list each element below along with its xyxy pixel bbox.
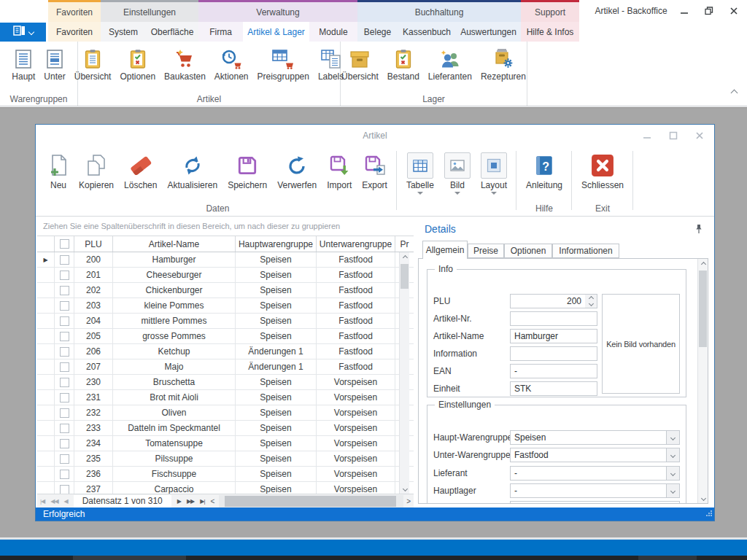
row-checkbox[interactable] — [60, 378, 69, 387]
restore-icon[interactable] — [702, 4, 716, 18]
ribbon-category-einstellungen[interactable]: Einstellungen — [101, 0, 198, 22]
header-checkbox-cell[interactable] — [55, 236, 74, 252]
table-row[interactable]: 201 Cheeseburger Speisen Fastfood — [37, 268, 414, 283]
unter-warengruppe-select[interactable]: Fastfood — [510, 448, 680, 462]
row-checkbox-cell[interactable] — [55, 268, 74, 282]
details-vertical-scrollbar[interactable] — [697, 259, 708, 503]
lager-bestand-button[interactable]: Bestand — [383, 45, 424, 82]
table-row[interactable]: 207 Majo Änderungen 1 Fastfood — [37, 359, 414, 375]
nav-first-button[interactable]: |◀ — [37, 498, 47, 505]
tab-informationen[interactable]: Informationen — [552, 244, 619, 258]
scroll-up-icon[interactable] — [700, 261, 706, 267]
group-by-hint[interactable]: Ziehen Sie eine Spaltenüberschrift in di… — [37, 217, 414, 236]
layout-button[interactable]: Layout — [477, 151, 511, 195]
grid-vertical-scrollbar[interactable] — [399, 252, 409, 494]
column-header-artikel-name[interactable]: Artikel-Name — [113, 236, 236, 252]
row-checkbox[interactable] — [60, 255, 69, 265]
spinner-down-icon[interactable] — [588, 301, 593, 306]
table-row[interactable]: 203 kleine Pommes Speisen Fastfood — [37, 298, 414, 314]
row-checkbox-cell[interactable] — [55, 482, 74, 494]
row-checkbox-cell[interactable] — [55, 405, 74, 420]
aktualisieren-button[interactable]: Aktualisieren — [163, 151, 221, 190]
combo-dropdown-icon[interactable] — [666, 484, 679, 497]
lieferant-select[interactable]: - — [510, 466, 680, 481]
ribbon-category-buchhaltung[interactable]: Buchhaltung — [357, 0, 521, 22]
tab-allgemein[interactable]: Allgemein — [422, 241, 468, 259]
artikel-baukasten-button[interactable]: Baukasten — [160, 45, 210, 82]
scrollbar-thumb[interactable] — [699, 271, 707, 347]
column-header-plu[interactable]: PLU — [74, 236, 113, 252]
scroll-down-icon[interactable] — [402, 486, 408, 491]
row-checkbox-cell[interactable] — [55, 344, 74, 359]
hauptlager-select[interactable]: - — [510, 483, 680, 498]
artikel-optionen-button[interactable]: Optionen — [115, 45, 160, 82]
nav-next-button[interactable]: ▶ — [174, 498, 184, 505]
row-checkbox[interactable] — [60, 470, 69, 479]
row-checkbox-cell[interactable] — [55, 390, 74, 405]
row-checkbox[interactable] — [60, 454, 69, 464]
dialog-close-icon[interactable] — [692, 129, 707, 142]
artikel-nr-field[interactable] — [510, 311, 597, 326]
dialog-maximize-icon[interactable] — [666, 129, 681, 142]
schliessen-button[interactable]: Schliessen — [578, 151, 627, 190]
einheit-field[interactable]: STK — [510, 381, 597, 396]
table-row[interactable]: 236 Fischsuppe Speisen Vorspeisen — [37, 467, 414, 482]
column-header-preis[interactable]: Pr — [395, 236, 414, 252]
tab-belege[interactable]: Belege — [357, 22, 398, 42]
table-row[interactable]: 230 Bruschetta Speisen Vorspeisen — [37, 375, 414, 390]
neu-button[interactable]: Neu — [44, 151, 72, 190]
table-row[interactable]: 235 Pilssuppe Speisen Vorspeisen — [37, 451, 414, 467]
ean-field[interactable]: - — [510, 364, 597, 378]
table-row[interactable]: 204 mittlere Pommes Speisen Fastfood — [37, 314, 414, 329]
row-checkbox[interactable] — [60, 439, 69, 448]
row-checkbox[interactable] — [60, 393, 69, 402]
kopieren-button[interactable]: Kopieren — [75, 151, 117, 190]
nav-prev-page-button[interactable]: ◀◀ — [47, 498, 61, 505]
row-checkbox-cell[interactable] — [55, 451, 74, 466]
tab-favoriten[interactable]: Favoriten — [48, 22, 101, 42]
row-checkbox[interactable] — [60, 332, 69, 341]
scroll-up-icon[interactable] — [402, 254, 408, 260]
row-checkbox-cell[interactable] — [55, 329, 74, 343]
row-checkbox[interactable] — [60, 347, 69, 357]
tab-hilfe-infos[interactable]: Hilfe & Infos — [521, 22, 579, 42]
app-menu-button[interactable] — [0, 23, 46, 42]
artikel-preisgruppen-button[interactable]: Preisgruppen — [253, 45, 314, 82]
import-button[interactable]: Import — [323, 151, 355, 190]
row-checkbox[interactable] — [60, 485, 69, 494]
table-row[interactable]: 202 Chickenburger Speisen Fastfood — [37, 283, 414, 298]
partial-select[interactable] — [510, 501, 680, 504]
row-checkbox-cell[interactable] — [55, 252, 74, 267]
row-checkbox-cell[interactable] — [55, 375, 74, 389]
loeschen-button[interactable]: Löschen — [120, 151, 160, 190]
nav-last-button[interactable]: ▶| — [197, 498, 207, 505]
nav-next-page-button[interactable]: ▶▶ — [184, 498, 197, 505]
tab-kassenbuch[interactable]: Kassenbuch — [398, 22, 456, 42]
row-checkbox-cell[interactable] — [55, 298, 74, 313]
table-row[interactable]: 234 Tomatensuppe Speisen Vorspeisen — [37, 436, 414, 451]
table-row[interactable]: 205 grosse Pommes Speisen Fastfood — [37, 329, 414, 344]
row-checkbox[interactable] — [60, 424, 69, 433]
ribbon-category-support[interactable]: Support — [521, 0, 579, 22]
artikel-aktionen-button[interactable]: Aktionen — [210, 45, 253, 82]
scrollbar-thumb[interactable] — [400, 264, 409, 289]
row-checkbox[interactable] — [60, 316, 69, 326]
export-button[interactable]: Export — [358, 151, 391, 190]
verwerfen-button[interactable]: Verwerfen — [274, 151, 320, 190]
scroll-down-icon[interactable] — [700, 495, 706, 501]
dialog-minimize-icon[interactable] — [640, 129, 654, 142]
tab-system[interactable]: System — [101, 22, 146, 42]
select-all-checkbox[interactable] — [60, 239, 69, 249]
anleitung-button[interactable]: ? Anleitung — [522, 151, 566, 190]
tab-module[interactable]: Module — [309, 22, 357, 42]
hscroll-left-icon[interactable]: < — [207, 497, 217, 505]
plu-field[interactable]: 200 — [510, 294, 586, 308]
resize-grip[interactable] — [705, 509, 713, 519]
row-checkbox-cell[interactable] — [55, 421, 74, 435]
combo-dropdown-icon[interactable] — [666, 467, 679, 480]
nav-prev-button[interactable]: ◀ — [61, 498, 71, 505]
artikel-uebersicht-button[interactable]: Übersicht — [70, 45, 116, 82]
hscroll-right-icon[interactable]: > — [403, 497, 414, 505]
column-header-hauptwarengruppe[interactable]: Hauptwarengruppe — [236, 236, 317, 252]
row-checkbox[interactable] — [60, 286, 69, 295]
